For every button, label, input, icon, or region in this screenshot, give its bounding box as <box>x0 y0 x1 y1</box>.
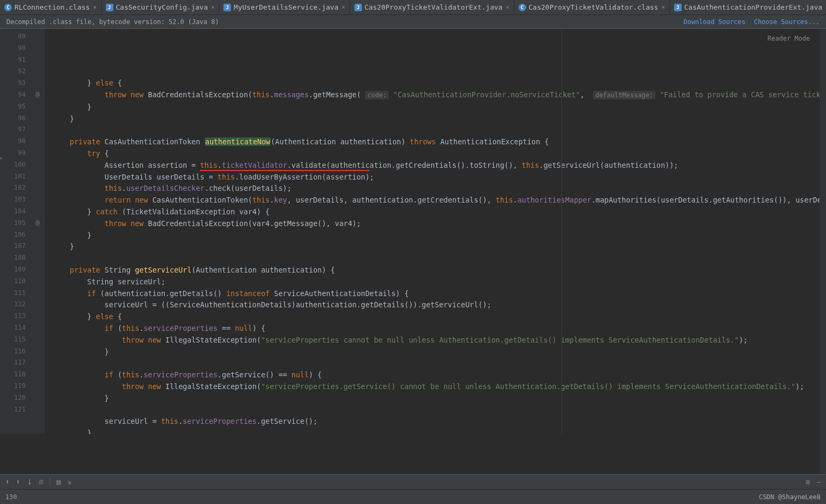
code-line[interactable]: } else { <box>52 77 826 89</box>
code-line[interactable]: } <box>52 113 826 125</box>
status-left: 130 <box>5 493 17 501</box>
gutter-icon-slot <box>30 404 45 416</box>
tab-cas20proxyticketvalidatorext-java[interactable]: JCas20ProxyTicketValidatorExt.java× <box>350 0 514 14</box>
code-editor[interactable]: 8990919293949596979899100101102103104105… <box>0 29 826 434</box>
line-number: 117 <box>7 357 26 369</box>
tab-cassecurityconfig-java[interactable]: JCasSecurityConfig.java× <box>102 0 220 14</box>
override-icon[interactable]: @ <box>30 89 45 101</box>
code-line[interactable]: throw new BadCredentialsException(this.m… <box>52 89 826 102</box>
gutter-icon-slot <box>30 43 45 55</box>
code-line[interactable]: return new CasAuthenticationToken(this.k… <box>52 195 826 206</box>
java-file-icon: J <box>354 4 362 11</box>
watermark: CSDN @ShayneLee8 <box>759 493 821 501</box>
line-number: 106 <box>7 229 26 241</box>
line-number: 114 <box>7 322 26 334</box>
code-line[interactable]: private CasAuthenticationToken authentic… <box>52 136 826 148</box>
tab-rlconnection-class[interactable]: CRLConnection.class× <box>0 0 102 14</box>
gutter-icon-slot <box>30 77 45 89</box>
gutter-icon-slot <box>30 311 45 322</box>
code-line[interactable]: serviceUrl = ((ServiceAuthenticationDeta… <box>52 299 826 311</box>
code-line[interactable]: } <box>52 102 826 113</box>
line-number: 95 <box>7 101 26 113</box>
code-line[interactable]: Assertion assertion = this.ticketValidat… <box>52 160 826 172</box>
error-stripe[interactable] <box>820 29 826 474</box>
java-file-icon: J <box>106 4 113 11</box>
code-line[interactable] <box>52 405 826 416</box>
code-line[interactable]: } <box>52 346 826 358</box>
gutter-icon-slot <box>30 346 45 358</box>
code-line[interactable]: if (this.serviceProperties.getService() … <box>52 369 826 381</box>
code-line[interactable] <box>52 358 826 369</box>
tab-label: CasAuthenticationProviderExt.java <box>684 3 822 11</box>
settings-gear-icon[interactable]: ⚙ <box>806 478 810 486</box>
code-line[interactable]: } <box>52 230 826 242</box>
code-line[interactable] <box>52 253 826 265</box>
minimize-icon[interactable]: — <box>816 478 821 486</box>
line-number: 110 <box>7 276 26 288</box>
java-file-icon: J <box>223 4 231 11</box>
code-line[interactable]: try { <box>52 148 826 160</box>
line-number: 113 <box>7 311 26 322</box>
tab-myuserdetailsservice-java[interactable]: JMyUserDetailsService.java× <box>219 0 350 14</box>
status-bar: 130 CSDN @ShayneLee8 <box>0 489 826 504</box>
scroll-to-end-icon[interactable]: ⇲ <box>67 478 71 486</box>
line-number: 115 <box>7 334 26 346</box>
collapse-up-icon[interactable]: ⬆ <box>16 478 20 486</box>
choose-sources-link[interactable]: Choose Sources... <box>754 18 820 26</box>
code-line[interactable]: this.userDetailsChecker.check(userDetail… <box>52 183 826 195</box>
line-number: 89 <box>7 31 26 43</box>
gutter-icon-slot <box>30 229 45 241</box>
soft-wrap-icon[interactable]: ▤ <box>57 478 61 486</box>
code-line[interactable]: } <box>52 428 826 434</box>
tab-label: RLConnection.class <box>14 3 90 11</box>
tab-cas20proxyticketvalidator-class[interactable]: CCas20ProxyTicketValidator.class× <box>514 0 670 14</box>
line-number: 94 <box>7 89 26 101</box>
close-icon[interactable]: × <box>661 4 665 11</box>
close-icon[interactable]: × <box>211 4 215 11</box>
class-file-icon: C <box>519 4 526 11</box>
notification-bar: Decompiled .class file, bytecode version… <box>0 15 826 29</box>
line-number: 111 <box>7 288 26 299</box>
close-icon[interactable]: × <box>506 4 510 11</box>
code-line[interactable]: private String getServiceUrl(Authenticat… <box>52 265 826 276</box>
code-line[interactable]: throw new IllegalStateException("service… <box>52 335 826 346</box>
line-number: 112 <box>7 299 26 311</box>
code-line[interactable]: String serviceUrl; <box>52 276 826 288</box>
code-line[interactable]: throw new BadCredentialsException(var4.g… <box>52 218 826 230</box>
filter-icon[interactable]: ⎚ <box>39 478 43 486</box>
code-line[interactable] <box>52 125 826 136</box>
override-icon[interactable]: @ <box>30 218 45 229</box>
reader-mode-toggle[interactable]: Reader Mode <box>768 33 810 45</box>
close-icon[interactable]: × <box>93 4 97 11</box>
code-line[interactable]: serviceUrl = this.serviceProperties.getS… <box>52 416 826 428</box>
gutter-icon-slot <box>30 206 45 218</box>
line-numbers: 8990919293949596979899100101102103104105… <box>7 29 30 434</box>
tab-label: Cas20ProxyTicketValidator.class <box>529 3 659 11</box>
download-sources-link[interactable]: Download Sources <box>684 18 746 26</box>
export-icon[interactable]: ⤓ <box>27 478 33 486</box>
line-number: 103 <box>7 194 26 206</box>
line-number: 107 <box>7 241 26 252</box>
code-line[interactable]: throw new IllegalStateException("service… <box>52 381 826 393</box>
code-line[interactable]: } else { <box>52 311 826 323</box>
code-content[interactable]: Reader Mode } else { throw new BadCreden… <box>45 29 826 434</box>
gutter-icon-slot <box>30 276 45 288</box>
code-line[interactable]: if (this.serviceProperties == null) { <box>52 323 826 335</box>
code-line[interactable]: UserDetails userDetails = this.loadUserB… <box>52 172 826 183</box>
expand-down-icon[interactable]: ⬇ <box>5 478 10 486</box>
code-line[interactable]: } <box>52 393 826 405</box>
close-icon[interactable]: × <box>342 4 345 11</box>
line-number: 118 <box>7 369 26 381</box>
code-line[interactable]: } <box>52 241 826 253</box>
tab-casauthenticationproviderext-java[interactable]: JCasAuthenticationProviderExt.java× <box>670 0 826 14</box>
line-number: 99 <box>7 148 26 159</box>
line-number: 92 <box>7 66 26 77</box>
gutter-icon-slot <box>30 252 45 264</box>
line-number: 91 <box>7 55 26 66</box>
code-line[interactable]: } catch (TicketValidationException var4)… <box>52 206 826 218</box>
gutter-margin <box>0 29 7 434</box>
code-line[interactable]: if (authentication.getDetails() instance… <box>52 288 826 300</box>
tab-label: MyUserDetailsService.java <box>234 3 338 11</box>
class-file-icon: C <box>4 4 12 11</box>
gutter-icon-slot <box>30 381 45 392</box>
